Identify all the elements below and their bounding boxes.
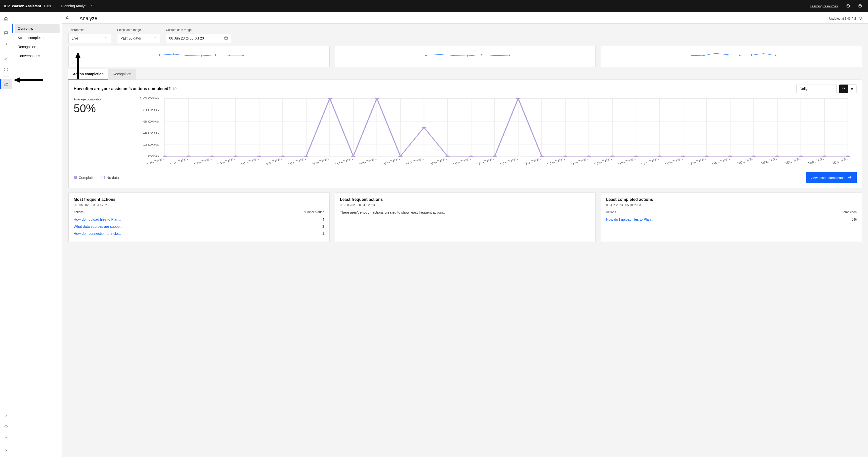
unit-percent[interactable]: % — [839, 85, 848, 93]
svg-point-14 — [173, 53, 175, 55]
brand: IBM Watson Assistant Plus — [4, 4, 51, 8]
value: 4 — [322, 218, 324, 222]
svg-point-121 — [398, 155, 403, 157]
unit-count[interactable]: # — [848, 85, 857, 93]
svg-point-122 — [422, 126, 426, 128]
least-title: Least frequent actions — [340, 197, 591, 202]
svg-point-139 — [822, 155, 827, 157]
subnav-item-overview[interactable]: Overview — [14, 24, 60, 33]
svg-point-111 — [163, 155, 167, 157]
rail-expand-icon[interactable] — [0, 446, 12, 456]
svg-point-113 — [210, 155, 214, 157]
svg-point-27 — [691, 55, 693, 56]
value: 1 — [322, 231, 324, 235]
svg-text:20 Jun: 20 Jun — [474, 158, 496, 165]
sparkline-2[interactable] — [335, 46, 596, 67]
table-row: How do I upload files to Plan...0% — [606, 216, 857, 223]
rail-history-icon[interactable] — [0, 422, 12, 432]
svg-marker-3 — [75, 52, 81, 58]
brand-ibm: IBM — [4, 4, 10, 8]
svg-text:26 Jun: 26 Jun — [616, 158, 637, 165]
svg-point-16 — [200, 55, 202, 57]
svg-rect-12 — [224, 37, 227, 39]
most-title: Most frequent actions — [74, 197, 324, 202]
svg-point-31 — [739, 55, 741, 56]
rail-analyze-icon[interactable] — [0, 79, 12, 89]
legend-completion: Completion — [74, 176, 97, 180]
svg-point-119 — [351, 155, 355, 157]
svg-point-23 — [467, 55, 468, 57]
chart-tabs: Action completion Recognition — [68, 69, 862, 80]
chart-title: How often are your assistant's actions c… — [74, 87, 171, 91]
svg-rect-37 — [175, 88, 175, 89]
svg-point-127 — [539, 155, 544, 157]
svg-text:40%: 40% — [143, 132, 159, 135]
svg-point-134 — [705, 155, 709, 157]
svg-text:10 Jun: 10 Jun — [239, 158, 260, 165]
sparkline-3[interactable] — [601, 46, 862, 67]
rail-rocket-icon[interactable] — [0, 53, 12, 63]
range-select[interactable]: Past 30 days — [117, 33, 160, 43]
empty-state: There aren't enough actions created to s… — [340, 210, 591, 215]
action-link[interactable]: How do I upload files to Plan... — [74, 218, 121, 222]
help-icon[interactable]: ? — [844, 2, 852, 10]
svg-rect-8 — [4, 68, 7, 69]
rail-separator — [3, 77, 9, 77]
svg-point-25 — [495, 55, 496, 56]
range-text: 06 Jun 2023 - 05 Jul 2023 — [74, 203, 324, 207]
svg-text:22 Jun: 22 Jun — [522, 158, 543, 165]
appbar-divider — [56, 3, 56, 8]
refresh-icon[interactable] — [859, 16, 863, 21]
tab-recognition[interactable]: Recognition — [108, 69, 136, 80]
updated-at-text: Updated at 1:46 PM — [829, 17, 856, 20]
sparkline-1[interactable] — [68, 46, 330, 67]
assistant-switcher[interactable]: Planning Analyt... — [61, 4, 94, 8]
comp-title: Least completed actions — [606, 197, 857, 202]
main: Analyze Updated at 1:46 PM Environment L… — [62, 12, 868, 457]
action-link[interactable]: How do I upload files to Plan... — [606, 218, 653, 222]
rail-play-icon[interactable] — [0, 39, 12, 49]
actions-col: Actions — [74, 210, 84, 214]
svg-point-131 — [634, 155, 638, 157]
rail-settings-icon[interactable] — [0, 432, 12, 442]
granularity-select[interactable]: Daily — [796, 85, 837, 93]
rail-home-icon[interactable] — [0, 13, 12, 24]
user-avatar-icon[interactable] — [856, 2, 864, 10]
action-link[interactable]: How do I connection to a clo... — [74, 231, 121, 235]
subnav-item-conversations[interactable]: Conversations — [14, 51, 60, 60]
page-title-home-icon[interactable] — [66, 15, 70, 20]
svg-point-137 — [775, 155, 779, 157]
svg-text:06 Jun: 06 Jun — [145, 158, 166, 165]
learning-resources-link[interactable]: Learning resources — [810, 4, 838, 8]
pointer-arrow-left — [13, 77, 44, 83]
svg-text:12 Jun: 12 Jun — [286, 158, 308, 165]
rail-chat-icon[interactable] — [0, 28, 12, 38]
rail-separator — [3, 444, 9, 444]
svg-point-136 — [751, 155, 756, 157]
rail-link-icon[interactable] — [0, 411, 12, 421]
svg-point-140 — [846, 155, 850, 157]
custom-range-input[interactable]: 06 Jun 23 to 05 Jul 23 — [166, 33, 231, 43]
svg-point-138 — [799, 155, 803, 157]
svg-text:0%: 0% — [148, 155, 159, 158]
svg-text:27 Jun: 27 Jun — [640, 158, 661, 165]
svg-rect-9 — [4, 70, 7, 71]
filters: Environment Live Select date range Past … — [68, 28, 862, 43]
action-link[interactable]: What data sources are suppo... — [74, 225, 123, 229]
svg-point-32 — [751, 54, 752, 56]
rail-separator — [3, 51, 9, 51]
cta-label: View action completion — [810, 176, 845, 180]
subnav-item-action-completion[interactable]: Action completion — [14, 33, 60, 42]
table-row: How do I connection to a clo...1 — [74, 230, 324, 237]
chevron-down-icon — [153, 36, 157, 40]
chevron-down-icon — [830, 87, 833, 91]
subnav-item-recognition[interactable]: Recognition — [14, 42, 60, 51]
view-action-completion-button[interactable]: View action completion — [806, 172, 857, 183]
chart-footer: Completion No data View action completio… — [74, 172, 857, 183]
svg-text:18 Jun: 18 Jun — [428, 158, 449, 165]
rail-server-icon[interactable] — [0, 64, 12, 75]
info-icon[interactable] — [173, 87, 177, 91]
svg-text:14 Jun: 14 Jun — [333, 158, 354, 165]
environment-select[interactable]: Live — [68, 33, 111, 43]
svg-text:05 Jul: 05 Jul — [830, 158, 849, 164]
